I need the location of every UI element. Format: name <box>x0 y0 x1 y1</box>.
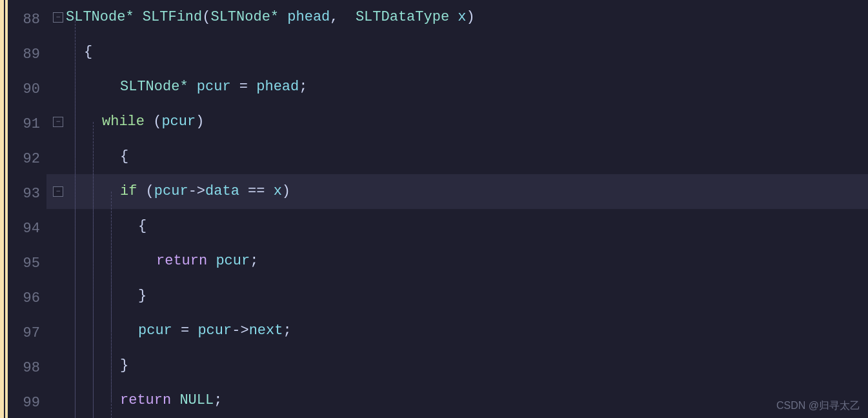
code-content-99: return NULL ; <box>66 383 222 418</box>
fold-placeholder-94 <box>53 221 63 232</box>
fold-placeholder-92 <box>53 152 63 162</box>
code-content-97: pcur = pcur -> next ; <box>66 314 292 348</box>
code-content-89: { <box>66 35 92 70</box>
gutter-accent-1 <box>0 0 4 418</box>
code-line-88: − SLTNode* SLTFind ( SLTNode* phead , SL… <box>46 0 868 35</box>
fold-placeholder-98 <box>53 361 63 371</box>
fold-button-88[interactable]: − <box>53 12 63 23</box>
code-line-94: { <box>46 209 868 244</box>
code-line-90: SLTNode* pcur = phead ; <box>46 70 868 104</box>
code-line-91: − while ( pcur ) <box>46 104 868 139</box>
code-line-97: pcur = pcur -> next ; <box>46 314 868 348</box>
code-editor: 88 89 90 91 92 93 94 95 96 97 98 99 100 … <box>0 0 868 418</box>
code-content-95: return pcur ; <box>66 244 258 279</box>
code-content-88: SLTNode* SLTFind ( SLTNode* phead , SLTD… <box>66 0 475 35</box>
code-content-96: } <box>66 279 146 314</box>
code-line-96: } <box>46 279 868 314</box>
code-content-94: { <box>66 209 146 244</box>
fold-placeholder-95 <box>53 256 63 266</box>
fold-placeholder-90 <box>53 82 63 92</box>
code-content-93: if ( pcur -> data == x ) <box>66 174 290 209</box>
code-area: − SLTNode* SLTFind ( SLTNode* phead , SL… <box>46 0 868 418</box>
code-line-89: { <box>46 35 868 70</box>
code-line-93: − if ( pcur -> data == x ) <box>46 174 868 209</box>
code-line-99: return NULL ; <box>46 383 868 418</box>
fold-placeholder-97 <box>53 326 63 336</box>
code-content-91: while ( pcur ) <box>66 104 204 139</box>
fold-placeholder-96 <box>53 291 63 301</box>
code-line-92: { <box>46 139 868 174</box>
fold-placeholder-99 <box>53 395 63 406</box>
fold-placeholder-89 <box>53 47 63 57</box>
code-content-90: SLTNode* pcur = phead ; <box>66 70 307 104</box>
line-numbers: 88 89 90 91 92 93 94 95 96 97 98 99 100 <box>8 0 46 418</box>
watermark: CSDN @归寻太乙 <box>776 399 860 413</box>
fold-button-91[interactable]: − <box>53 117 63 127</box>
code-line-98: } <box>46 348 868 383</box>
code-line-95: return pcur ; <box>46 244 868 279</box>
fold-button-93[interactable]: − <box>53 186 63 197</box>
